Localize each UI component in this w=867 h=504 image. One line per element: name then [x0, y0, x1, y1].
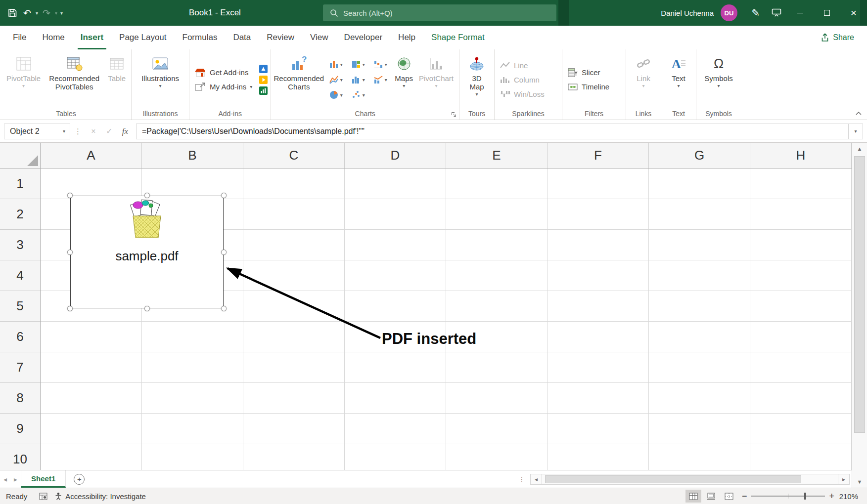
- vertical-scroll-down-button[interactable]: ▼: [852, 476, 867, 488]
- selection-handle[interactable]: [67, 193, 73, 198]
- selection-handle[interactable]: [67, 250, 73, 255]
- undo-dropdown[interactable]: ▾: [35, 10, 39, 16]
- zoom-slider-thumb[interactable]: [804, 493, 806, 500]
- zoom-in-button[interactable]: +: [825, 491, 838, 502]
- visio-addin-icon[interactable]: [259, 65, 268, 73]
- enter-entry-button[interactable]: ✓: [101, 126, 117, 136]
- tab-data[interactable]: Data: [225, 26, 259, 49]
- row-header[interactable]: 7: [0, 352, 40, 383]
- tab-shape-format[interactable]: Shape Format: [423, 26, 493, 49]
- row-header[interactable]: 1: [0, 168, 40, 199]
- row-header[interactable]: 6: [0, 322, 40, 352]
- selection-handle[interactable]: [221, 306, 227, 311]
- vertical-scrollbar-track[interactable]: [852, 155, 867, 476]
- undo-button[interactable]: ↶: [21, 4, 34, 21]
- tab-splitter-handle[interactable]: ⋮: [513, 475, 530, 483]
- recommended-pivottables-button[interactable]: Recommended PivotTables: [44, 51, 104, 108]
- avatar[interactable]: DU: [721, 4, 737, 21]
- vertical-scrollbar[interactable]: ▲ ▼: [852, 143, 867, 488]
- horizontal-scrollbar-thumb[interactable]: [545, 475, 801, 483]
- tab-home[interactable]: Home: [34, 26, 72, 49]
- zoom-level[interactable]: 210%: [838, 492, 867, 501]
- timeline-button[interactable]: Timeline: [565, 81, 623, 93]
- vertical-scrollbar-thumb[interactable]: [854, 156, 865, 433]
- sparkline-line-button[interactable]: Line: [498, 59, 559, 72]
- maximize-button[interactable]: [814, 0, 840, 26]
- insert-pie-chart-button[interactable]: ▾: [324, 87, 347, 103]
- my-addins-button[interactable]: My Add-ins ▾: [192, 81, 254, 93]
- column-header[interactable]: B: [142, 143, 243, 168]
- people-graph-addin-icon[interactable]: [259, 86, 268, 95]
- column-header[interactable]: C: [243, 143, 345, 168]
- tab-page-layout[interactable]: Page Layout: [111, 26, 174, 49]
- horizontal-scrollbar[interactable]: [542, 474, 838, 485]
- selection-handle[interactable]: [221, 193, 227, 198]
- customize-quick-access-toolbar-icon[interactable]: ▾: [59, 10, 64, 16]
- name-box[interactable]: Object 2 ▾: [4, 124, 70, 139]
- name-box-dropdown-icon[interactable]: ▾: [58, 128, 70, 134]
- column-header[interactable]: G: [649, 143, 750, 168]
- link-button[interactable]: Link ▾: [629, 51, 658, 108]
- cancel-entry-button[interactable]: ×: [86, 127, 101, 136]
- insert-combo-chart-button[interactable]: ▾: [369, 72, 391, 87]
- sheet-tab-sheet1[interactable]: Sheet1: [21, 470, 66, 488]
- selection-handle[interactable]: [144, 306, 150, 311]
- slicer-button[interactable]: Slicer: [565, 66, 623, 79]
- page-break-preview-button[interactable]: [721, 490, 737, 503]
- row-header[interactable]: 8: [0, 383, 40, 414]
- insert-column-chart-button[interactable]: ▾: [324, 57, 347, 72]
- tab-file[interactable]: File: [5, 26, 34, 49]
- tab-developer[interactable]: Developer: [336, 26, 391, 49]
- insert-waterfall-chart-button[interactable]: ▾: [369, 57, 391, 72]
- redo-button[interactable]: ↷: [40, 4, 53, 21]
- inking-button[interactable]: ✎: [745, 0, 766, 26]
- pivottable-button[interactable]: PivotTable ▾: [4, 51, 43, 108]
- expand-formula-bar-button[interactable]: ▾: [848, 124, 863, 139]
- zoom-out-button[interactable]: −: [738, 491, 751, 502]
- tab-review[interactable]: Review: [259, 26, 302, 49]
- sparkline-winloss-button[interactable]: Win/Loss: [498, 87, 559, 100]
- save-button[interactable]: [5, 4, 20, 21]
- next-sheet-button[interactable]: ▸: [10, 475, 21, 483]
- illustrations-button[interactable]: Illustrations ▾: [135, 51, 186, 108]
- maps-button[interactable]: Maps ▾: [392, 51, 415, 108]
- 3d-map-button[interactable]: 3D Map ▾: [462, 51, 491, 108]
- selection-handle[interactable]: [221, 250, 227, 255]
- insert-line-chart-button[interactable]: ▾: [324, 72, 347, 87]
- normal-view-button[interactable]: [685, 490, 701, 503]
- table-button[interactable]: Table: [105, 51, 128, 108]
- tab-view[interactable]: View: [302, 26, 336, 49]
- horizontal-scroll-right-button[interactable]: ▸: [838, 474, 850, 485]
- row-header[interactable]: 9: [0, 414, 40, 444]
- zoom-slider[interactable]: [751, 496, 825, 497]
- embedded-pdf-object[interactable]: sample.pdf: [70, 196, 224, 308]
- redo-dropdown[interactable]: ▾: [54, 10, 58, 16]
- get-addins-button[interactable]: Get Add-ins: [192, 66, 254, 79]
- formula-bar-drag-handle[interactable]: ⋮: [70, 127, 86, 136]
- previous-sheet-button[interactable]: ◂: [0, 475, 10, 483]
- symbols-button[interactable]: Ω Symbols ▾: [699, 51, 738, 108]
- column-header[interactable]: F: [548, 143, 649, 168]
- column-header[interactable]: E: [446, 143, 548, 168]
- tab-help[interactable]: Help: [390, 26, 423, 49]
- text-button[interactable]: A Text ▾: [664, 51, 693, 108]
- collapse-ribbon-button[interactable]: [855, 111, 862, 116]
- column-header[interactable]: H: [750, 143, 852, 168]
- insert-hierarchy-chart-button[interactable]: ▾: [347, 57, 369, 72]
- selection-handle[interactable]: [67, 306, 73, 311]
- recommended-charts-button[interactable]: ? Recommended Charts: [274, 51, 323, 108]
- vertical-scroll-up-button[interactable]: ▲: [852, 143, 867, 155]
- share-button[interactable]: Share: [821, 26, 867, 49]
- pivotchart-button[interactable]: PivotChart ▾: [416, 51, 456, 108]
- row-header[interactable]: 2: [0, 199, 40, 230]
- sparkline-column-button[interactable]: Column: [498, 73, 559, 86]
- new-sheet-button[interactable]: +: [74, 474, 85, 485]
- charts-dialog-launcher[interactable]: [451, 111, 457, 118]
- row-header[interactable]: 4: [0, 260, 40, 291]
- insert-statistic-chart-button[interactable]: ▾: [347, 72, 369, 87]
- page-layout-view-button[interactable]: [703, 490, 719, 503]
- horizontal-scroll-left-button[interactable]: ◂: [530, 474, 542, 485]
- column-header[interactable]: D: [345, 143, 446, 168]
- accessibility-status[interactable]: Accessibility: Investigate: [52, 492, 146, 501]
- insert-scatter-chart-button[interactable]: ▾: [347, 87, 369, 103]
